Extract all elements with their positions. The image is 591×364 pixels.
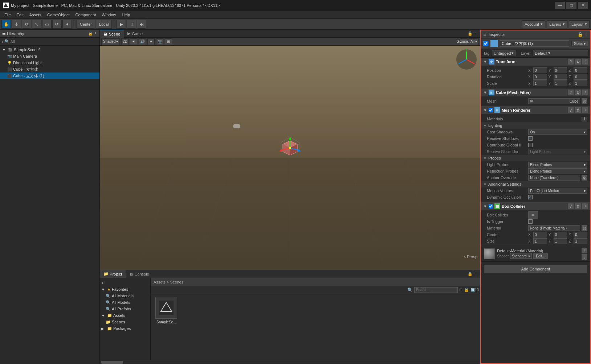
material-more-button[interactable]: ⋮ <box>582 254 587 260</box>
transform-settings-button[interactable]: ⚙ <box>575 59 581 65</box>
project-search-input[interactable] <box>414 287 458 293</box>
tag-dropdown[interactable]: Untagged ▾ <box>492 50 516 56</box>
lighting-section-header[interactable]: ▼ Lighting <box>481 122 590 129</box>
sidebar-packages[interactable]: ▶ 📁 Packages <box>100 325 150 332</box>
hierarchy-lock-icon[interactable]: 🔒 <box>88 32 93 36</box>
transform-tool-button[interactable]: ⟳ <box>52 20 62 29</box>
shader-dropdown[interactable]: Standard ▾ <box>510 253 532 259</box>
play-button[interactable]: ▶ <box>117 20 126 29</box>
hierarchy-item-scene[interactable]: ▼ 🎬 SampleScene* ⋮ <box>0 46 99 53</box>
menu-window[interactable]: Window <box>99 12 119 18</box>
center-x-input[interactable]: 0 <box>533 232 547 237</box>
scene-gizmo[interactable]: Y X Z <box>456 49 477 70</box>
meshrenderer-active-checkbox[interactable] <box>489 108 493 112</box>
material-help-button[interactable]: ? <box>582 248 587 253</box>
local-toggle-button[interactable]: Local <box>96 20 112 29</box>
boxcollider-more-button[interactable]: ⋮ <box>582 203 588 209</box>
inspector-lock-icon[interactable]: 🔒 <box>578 32 583 37</box>
center-z-input[interactable]: 0 <box>574 232 587 237</box>
hierarchy-item-camera[interactable]: 📷 Main Camera <box>0 53 99 59</box>
hierarchy-collapse-icon[interactable]: ☰ <box>2 31 6 36</box>
mesh-field[interactable]: ⊞ Cube <box>528 98 580 104</box>
layout-dropdown[interactable]: Layout ▾ <box>569 20 590 28</box>
scale-y-input[interactable]: 1 <box>554 80 567 86</box>
inspector-more-icon[interactable]: ⋮ <box>584 32 588 37</box>
minimize-button[interactable]: — <box>555 2 565 9</box>
add-component-button[interactable]: Add Component <box>484 265 587 273</box>
meshrenderer-header[interactable]: ▼ ⊞ Mesh Renderer ? ⚙ ⋮ <box>481 106 590 114</box>
fx-toggle[interactable]: ✦ <box>147 38 155 45</box>
center-y-input[interactable]: 0 <box>554 232 567 237</box>
rotation-x-input[interactable]: 0 <box>533 74 547 80</box>
project-lock-icon[interactable]: 🔒 <box>464 288 469 292</box>
boxcollider-header[interactable]: ▼ ⬜ Box Collider ? ⚙ ⋮ <box>481 202 590 210</box>
inspector-collapse-icon[interactable]: ☰ <box>483 32 486 36</box>
size-z-input[interactable]: 1 <box>574 238 587 244</box>
2d-button[interactable]: 2D <box>121 38 129 45</box>
maximize-button[interactable]: □ <box>566 2 576 9</box>
anchor-override-field[interactable]: None (Transform) <box>528 175 580 181</box>
account-dropdown[interactable]: Account ▾ <box>522 20 545 28</box>
position-y-input[interactable]: 0 <box>554 67 567 73</box>
custom-tool-button[interactable]: ✦ <box>62 20 72 29</box>
console-tab[interactable]: 🖥 Console <box>126 270 152 278</box>
scale-tool-button[interactable]: ⤡ <box>32 20 41 29</box>
menu-file[interactable]: File <box>1 12 14 18</box>
scene-viewport[interactable]: Y X Z < Persp <box>100 46 480 270</box>
hierarchy-item-cube1[interactable]: ⬛ Cube - 立方体 <box>0 66 99 73</box>
receive-shadows-checkbox[interactable]: ✓ <box>528 136 533 141</box>
bottom-lock-icon[interactable]: 🔒 <box>468 272 473 276</box>
mesh-select-button[interactable]: ◎ <box>582 98 587 104</box>
transform-more-button[interactable]: ⋮ <box>582 59 588 65</box>
size-y-input[interactable]: 1 <box>554 238 567 244</box>
scene-camera-btn[interactable]: 📷 <box>156 38 163 45</box>
all-dropdown[interactable]: All▾ <box>469 38 479 45</box>
asset-samplescene[interactable]: SampleSc... <box>154 297 179 324</box>
shaded-dropdown[interactable]: Shaded ▾ <box>101 38 120 45</box>
boxcollider-settings-button[interactable]: ⚙ <box>575 203 581 209</box>
contribute-gi-checkbox[interactable] <box>528 143 533 147</box>
sidebar-add-button[interactable]: + <box>100 280 150 286</box>
scene-cube[interactable] <box>279 135 301 158</box>
bottom-more-icon[interactable]: ⋮ <box>474 272 478 276</box>
rotation-y-input[interactable]: 0 <box>554 74 567 80</box>
additional-section-header[interactable]: ▼ Additional Settings <box>481 181 590 187</box>
gizmos-toggle[interactable]: Gizmos▾ <box>460 38 467 45</box>
sidebar-assets[interactable]: ▼ 📁 Assets <box>100 312 150 319</box>
meshrenderer-more-button[interactable]: ⋮ <box>582 107 588 113</box>
pause-button[interactable]: ⏸ <box>127 20 136 29</box>
scale-x-input[interactable]: 1 <box>533 80 547 86</box>
collider-material-select-button[interactable]: ◎ <box>582 225 587 231</box>
project-view-icon[interactable]: ⊞ <box>459 288 462 292</box>
hierarchy-add-button[interactable]: + <box>1 40 4 44</box>
scene-grid-btn[interactable]: ⊞ <box>165 38 172 45</box>
meshrenderer-help-button[interactable]: ? <box>568 107 574 113</box>
material-edit-button[interactable]: Edit... <box>533 253 548 259</box>
scene-tab[interactable]: 🏔 Scene <box>100 30 124 38</box>
view-more-icon[interactable]: ⋮ <box>474 31 478 36</box>
move-tool-button[interactable]: ✛ <box>12 20 21 29</box>
menu-component[interactable]: Component <box>72 12 99 18</box>
boxcollider-help-button[interactable]: ? <box>568 203 574 209</box>
size-x-input[interactable]: 1 <box>533 238 547 244</box>
menu-assets[interactable]: Assets <box>27 12 44 18</box>
anchor-override-select-button[interactable]: ◎ <box>582 175 587 181</box>
reflection-probes-dropdown[interactable]: Blend Probes ▾ <box>528 168 587 174</box>
sidebar-scenes[interactable]: 📁 Scenes <box>100 319 150 325</box>
scroll-thumb[interactable] <box>101 361 123 364</box>
meshfilter-more-button[interactable]: ⋮ <box>582 90 588 95</box>
view-lock-icon[interactable]: 🔒 <box>468 31 473 36</box>
menu-gameobject[interactable]: GameObject <box>44 12 73 18</box>
probes-section-header[interactable]: ▼ Probes <box>481 155 590 161</box>
hierarchy-more-icon[interactable]: ⋮ <box>94 32 97 36</box>
sidebar-all-models[interactable]: 🔍 All Models <box>100 299 150 306</box>
meshfilter-help-button[interactable]: ? <box>568 90 574 95</box>
audio-toggle[interactable]: 🔊 <box>139 38 146 45</box>
position-x-input[interactable]: 0 <box>533 67 547 73</box>
project-tab[interactable]: 📁 Project <box>100 270 126 278</box>
hierarchy-item-cube2[interactable]: ⬛ Cube - 立方体 (1) <box>0 73 99 79</box>
bottom-scrollbar[interactable] <box>100 360 480 364</box>
light-probes-dropdown[interactable]: Blend Probes ▾ <box>528 162 587 167</box>
is-trigger-checkbox[interactable] <box>528 219 533 224</box>
center-toggle-button[interactable]: Center <box>77 20 95 29</box>
